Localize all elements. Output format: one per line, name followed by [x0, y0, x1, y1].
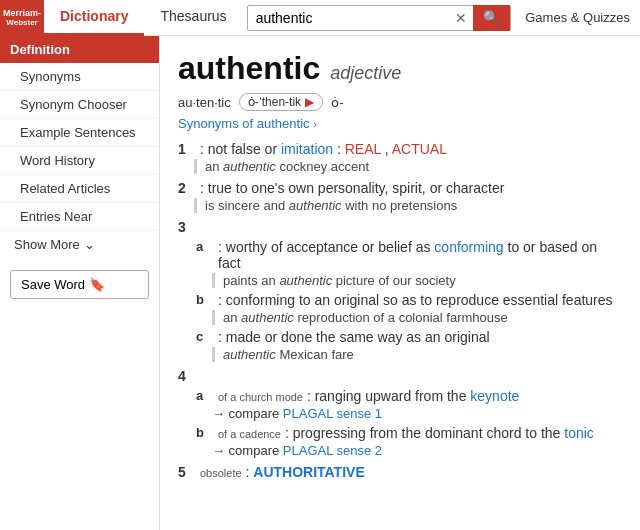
save-word-section: Save Word 🔖: [10, 270, 149, 299]
def-1-link-real[interactable]: REAL: [345, 141, 381, 157]
def-3c-text: : made or done the same way as an origin…: [218, 329, 490, 345]
def-1-colon: : not false or: [200, 141, 281, 157]
def-3c-letter: c: [196, 329, 214, 344]
synonyms-link[interactable]: Synonyms of authentic ›: [178, 116, 317, 131]
def-4-number-row: 4: [178, 368, 622, 384]
def-4b-plagal-link[interactable]: PLAGAL sense 2: [283, 443, 382, 458]
def-1-text: : not false or imitation : REAL , ACTUAL: [200, 141, 447, 157]
sidebar-item-related-articles[interactable]: Related Articles: [0, 175, 159, 203]
layout: Definition Synonyms Synonym Chooser Exam…: [0, 36, 640, 530]
save-word-label: Save Word: [21, 277, 85, 292]
bookmark-icon: 🔖: [89, 277, 105, 292]
sidebar: Definition Synonyms Synonym Chooser Exam…: [0, 36, 160, 530]
search-bar: ✕ 🔍: [247, 5, 512, 31]
def-2-text: : true to one's own personality, spirit,…: [200, 180, 504, 196]
def-3-number-row: 3: [178, 219, 622, 235]
def-3a-row: a : worthy of acceptance or belief as co…: [178, 239, 622, 271]
search-icon: 🔍: [483, 10, 500, 25]
def-3c-example-italic: authentic: [223, 347, 276, 362]
nav-tabs: Dictionary Thesaurus: [44, 0, 243, 36]
pron-badge-text: ȯ-ˈthen-tik: [248, 95, 301, 109]
def-3c-row: c : made or done the same way as an orig…: [178, 329, 622, 345]
chevron-right-icon: ›: [313, 118, 317, 130]
definition-5: 5 obsolete : AUTHORITATIVE: [178, 464, 622, 480]
definition-2: 2 : true to one's own personality, spiri…: [178, 180, 622, 213]
header: Merriam- Webster Dictionary Thesaurus ✕ …: [0, 0, 640, 36]
def-3a-link-conforming[interactable]: conforming: [434, 239, 503, 255]
pronunciation-text: au·​ten·​tic: [178, 95, 231, 110]
main-content: authentic adjective au·​ten·​tic ȯ-ˈthen…: [160, 36, 640, 530]
def-5-row: 5 obsolete : AUTHORITATIVE: [178, 464, 622, 480]
show-more-button[interactable]: Show More ⌄: [0, 231, 159, 258]
def-3b-letter: b: [196, 292, 214, 307]
def-1-sep: :: [337, 141, 345, 157]
def-1-number: 1: [178, 141, 196, 157]
def-1-link-actual[interactable]: ACTUAL: [392, 141, 447, 157]
def-1-example-italic: authentic: [223, 159, 276, 174]
def-3a-text: : worthy of acceptance or belief as conf…: [218, 239, 622, 271]
word-title-row: authentic adjective: [178, 50, 622, 87]
sidebar-item-synonyms[interactable]: Synonyms: [0, 63, 159, 91]
def-5-obsolete-label: obsolete: [200, 467, 242, 479]
def-2-number: 2: [178, 180, 196, 196]
sidebar-definition-item[interactable]: Definition: [0, 36, 159, 63]
tab-thesaurus[interactable]: Thesaurus: [144, 0, 242, 36]
def-3a-example: paints an authentic picture of our socie…: [212, 273, 622, 288]
definition-1: 1 : not false or imitation : REAL , ACTU…: [178, 141, 622, 174]
word-pos: adjective: [330, 63, 401, 83]
search-clear-button[interactable]: ✕: [449, 10, 473, 26]
sidebar-item-example-sentences[interactable]: Example Sentences: [0, 119, 159, 147]
search-input[interactable]: [248, 10, 450, 26]
def-4a-row: a of a church mode : ranging upward from…: [178, 388, 622, 404]
def-4b-text: of a cadence : progressing from the domi…: [218, 425, 594, 441]
def-4b-compare: → compare PLAGAL sense 2: [212, 443, 622, 458]
def-4b-row: b of a cadence : progressing from the do…: [178, 425, 622, 441]
def-4b-colon: : progressing from the dominant chord to…: [285, 425, 564, 441]
chevron-down-icon: ⌄: [84, 237, 95, 252]
def-1-row: 1 : not false or imitation : REAL , ACTU…: [178, 141, 622, 157]
def-1-comma: ,: [385, 141, 392, 157]
def-5-number: 5: [178, 464, 196, 480]
def-4b-link-tonic[interactable]: tonic: [564, 425, 594, 441]
word-title: authentic: [178, 50, 320, 86]
audio-icon[interactable]: ▶: [305, 95, 314, 109]
save-word-button[interactable]: Save Word 🔖: [10, 270, 149, 299]
logo-top-text: Merriam-: [3, 8, 41, 18]
def-4a-plagal-link[interactable]: PLAGAL sense 1: [283, 406, 382, 421]
def-4a-text: of a church mode : ranging upward from t…: [218, 388, 519, 404]
logo-bottom-text: Webster: [6, 18, 37, 27]
def-3b-example-italic: authentic: [241, 310, 294, 325]
def-3a-example-italic: authentic: [279, 273, 332, 288]
def-4a-sublabel: of a church mode: [218, 391, 303, 403]
def-3-number: 3: [178, 219, 196, 235]
def-4a-colon: : ranging upward from the: [307, 388, 470, 404]
def-3b-text: : conforming to an original so as to rep…: [218, 292, 613, 308]
def-3b-row: b : conforming to an original so as to r…: [178, 292, 622, 308]
synonyms-row: Synonyms of authentic ›: [178, 115, 622, 131]
def-3a-letter: a: [196, 239, 214, 254]
def-4b-letter: b: [196, 425, 214, 440]
def-4a-letter: a: [196, 388, 214, 403]
sidebar-item-entries-near[interactable]: Entries Near: [0, 203, 159, 231]
search-button[interactable]: 🔍: [473, 5, 510, 31]
pronunciation-badge[interactable]: ȯ-ˈthen-tik ▶: [239, 93, 323, 111]
def-4a-link-keynote[interactable]: keynote: [470, 388, 519, 404]
def-5-link-authoritative[interactable]: AUTHORITATIVE: [253, 464, 364, 480]
synonyms-link-text: Synonyms of authentic: [178, 116, 310, 131]
pronunciation-alt: ȯ-: [331, 95, 343, 110]
logo[interactable]: Merriam- Webster: [0, 0, 44, 36]
sidebar-item-synonym-chooser[interactable]: Synonym Chooser: [0, 91, 159, 119]
def-3b-example: an authentic reproduction of a colonial …: [212, 310, 622, 325]
definition-4: 4 a of a church mode : ranging upward fr…: [178, 368, 622, 458]
tab-dictionary[interactable]: Dictionary: [44, 0, 144, 36]
def-1-link-imitation[interactable]: imitation: [281, 141, 333, 157]
def-5-text: obsolete : AUTHORITATIVE: [200, 464, 365, 480]
sidebar-item-word-history[interactable]: Word History: [0, 147, 159, 175]
def-4-number: 4: [178, 368, 196, 384]
def-3c-example: authentic Mexican fare: [212, 347, 622, 362]
def-4a-compare: → compare PLAGAL sense 1: [212, 406, 622, 421]
definition-3: 3 a : worthy of acceptance or belief as …: [178, 219, 622, 362]
games-quizzes-link[interactable]: Games & Quizzes: [515, 10, 640, 25]
def-4b-sublabel: of a cadence: [218, 428, 281, 440]
def-2-example: is sincere and authentic with no pretens…: [194, 198, 622, 213]
